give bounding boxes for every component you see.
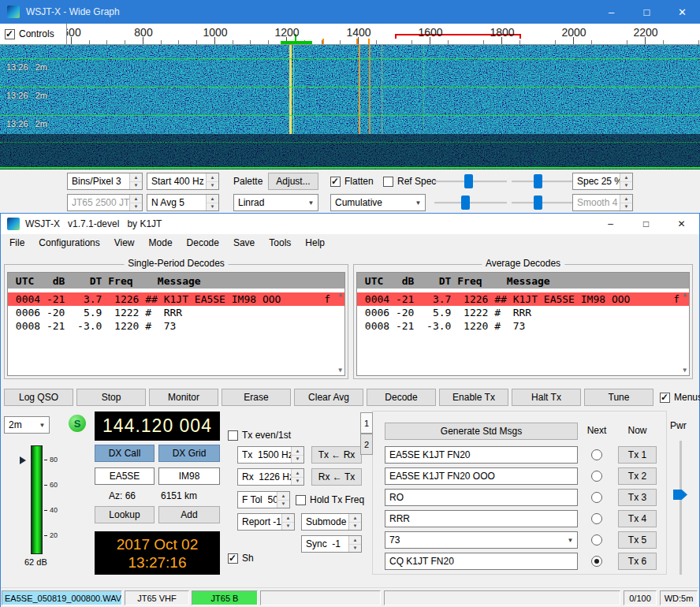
tx-message-6-field[interactable]: CQ K1JT FN20	[385, 553, 578, 570]
tx-message-3-radio[interactable]	[591, 492, 602, 503]
spinner-arrows[interactable]: ▲▼	[206, 195, 218, 210]
halt-tx-button[interactable]: Halt Tx	[512, 389, 581, 406]
maximize-icon[interactable]: □	[628, 214, 664, 234]
menu-save[interactable]: Save	[226, 234, 262, 251]
tx-message-2-radio[interactable]	[591, 471, 602, 482]
waterfall-gain-slider[interactable]	[434, 173, 507, 190]
slider-thumb[interactable]	[673, 490, 687, 500]
log-qso-button[interactable]: Log QSO	[4, 389, 73, 406]
spin-down-icon[interactable]: ▼	[207, 203, 218, 211]
tx-even-checkbox[interactable]: Tx even/1st	[228, 429, 291, 441]
decode-row[interactable]: 0004 -21 3.7 1226 ## K1JT EA5SE IM98 OOO…	[8, 292, 344, 306]
menu-file[interactable]: File	[2, 234, 32, 251]
chevron-down-icon[interactable]: ▼	[411, 195, 425, 210]
decode-row[interactable]: 0004 -21 3.7 1226 ## K1JT EA5SE IM98 OOO…	[357, 292, 689, 306]
scroll-down-icon[interactable]: ▼	[338, 367, 342, 374]
palette-select[interactable]: Linrad ▼	[233, 194, 318, 211]
rx-from-tx-button[interactable]: Rx ← Tx	[311, 468, 362, 486]
decode-row[interactable]: 0008 -21 -3.0 1220 # 73	[8, 319, 344, 333]
tx-message-5-select[interactable]: 73 ▼	[385, 531, 578, 549]
dx-call-field[interactable]: EA5SE	[95, 467, 155, 485]
spin-down-icon[interactable]: ▼	[349, 523, 361, 531]
spectrum-gain-slider[interactable]	[434, 194, 507, 211]
close-icon[interactable]: ✕	[664, 214, 699, 234]
spinner-arrows[interactable]: ▲▼	[348, 536, 361, 552]
spin-down-icon[interactable]: ▼	[620, 203, 632, 211]
n-avg-spinner[interactable]: N Avg 5 ▲▼	[147, 194, 219, 211]
spin-down-icon[interactable]: ▼	[282, 523, 294, 531]
spin-down-icon[interactable]: ▼	[349, 545, 361, 553]
sync-spinner[interactable]: Sync -1 ▲▼	[301, 535, 362, 553]
minimize-icon[interactable]: –	[594, 0, 629, 24]
spin-down-icon[interactable]: ▼	[620, 182, 632, 190]
spinner-arrows[interactable]: ▲▼	[281, 514, 294, 530]
dx-call-button[interactable]: DX Call	[95, 445, 155, 462]
tx-message-1-radio[interactable]	[591, 449, 602, 460]
flatten-checkbox[interactable]: Flatten	[330, 175, 374, 188]
tx-message-6-radio[interactable]	[591, 556, 602, 567]
tx-message-3-field[interactable]: RO	[385, 489, 578, 506]
tx-message-1-field[interactable]: EA5SE K1JT FN20	[385, 446, 578, 464]
add-button[interactable]: Add	[158, 506, 220, 523]
spinner-arrows[interactable]: ▲▼	[129, 195, 142, 210]
spin-up-icon[interactable]: ▲	[292, 469, 303, 478]
tx-message-2-field[interactable]: EA5SE K1JT FN20 OOO	[385, 467, 578, 485]
spinner-arrows[interactable]: ▲▼	[291, 469, 303, 485]
hold-tx-freq-checkbox[interactable]: Hold Tx Freq	[296, 493, 364, 506]
spinner-arrows[interactable]: ▲▼	[291, 447, 303, 463]
spinner-arrows[interactable]: ▲▼	[206, 173, 218, 189]
tune-button[interactable]: Tune	[584, 389, 653, 406]
spin-down-icon[interactable]: ▼	[277, 501, 289, 508]
slider-thumb[interactable]	[461, 196, 470, 210]
spin-down-icon[interactable]: ▼	[207, 182, 218, 190]
spin-up-icon[interactable]: ▲	[130, 173, 142, 182]
rx-freq-spinner[interactable]: Rx 1226 Hz ▲▼	[237, 468, 304, 486]
main-titlebar[interactable]: WSJT-X v1.7.1-devel by K1JT – □ ✕	[1, 214, 699, 234]
menu-view[interactable]: View	[107, 234, 142, 251]
slider-thumb[interactable]	[534, 174, 542, 188]
chevron-down-icon[interactable]: ▼	[304, 195, 318, 210]
generate-std-msgs-button[interactable]: Generate Std Msgs	[385, 423, 578, 440]
scroll-up-icon[interactable]: ▲	[683, 291, 687, 298]
menu-decode[interactable]: Decode	[180, 234, 226, 251]
enable-tx-button[interactable]: Enable Tx	[439, 389, 508, 406]
clear-avg-button[interactable]: Clear Avg	[294, 389, 363, 406]
waterfall-display[interactable]: 13:26 2m 13:26 2m 13:26 2m	[0, 45, 700, 169]
close-icon[interactable]: ✕	[665, 0, 700, 24]
frequency-scale[interactable]: Controls 600 800 1000 1200 1400 1600 180…	[0, 24, 700, 45]
spinner-arrows[interactable]: ▲▼	[620, 173, 632, 189]
spin-down-icon[interactable]: ▼	[292, 478, 303, 486]
chevron-down-icon[interactable]: ▼	[35, 417, 49, 433]
average-decodes-list[interactable]: UTC dB DT Freq Message 0004 -21 3.7 1226…	[356, 272, 690, 376]
menu-tools[interactable]: Tools	[262, 234, 298, 251]
chevron-down-icon[interactable]: ▼	[564, 532, 577, 548]
slider-groove[interactable]	[680, 441, 682, 575]
report-spinner[interactable]: Report -15 ▲▼	[237, 513, 295, 531]
spinner-arrows[interactable]: ▲▼	[129, 173, 142, 189]
single-period-decodes-list[interactable]: UTC dB DT Freq Message 0004 -21 3.7 1226…	[7, 272, 345, 376]
slider-thumb[interactable]	[464, 174, 473, 188]
tx-message-4-radio[interactable]	[591, 513, 602, 524]
tx-1-button[interactable]: Tx 1	[618, 446, 657, 464]
decode-button[interactable]: Decode	[367, 389, 436, 406]
bins-per-pixel-spinner[interactable]: Bins/Pixel 3 ▲▼	[67, 173, 143, 190]
pwr-slider[interactable]	[672, 441, 688, 575]
tx-4-button[interactable]: Tx 4	[618, 510, 657, 527]
spin-up-icon[interactable]: ▲	[207, 195, 218, 203]
scroll-up-icon[interactable]: ▲	[338, 291, 342, 298]
f-tol-spinner[interactable]: F Tol 50 ▲▼	[237, 491, 290, 508]
wide-graph-titlebar[interactable]: WSJT-X - Wide Graph – □ ✕	[0, 0, 700, 24]
maximize-icon[interactable]: □	[629, 0, 665, 24]
spin-up-icon[interactable]: ▲	[349, 536, 361, 545]
spectrum-display-select[interactable]: Cumulative ▼	[330, 194, 426, 211]
tab-messages-1[interactable]: 1	[360, 412, 373, 434]
monitor-button[interactable]: Monitor	[149, 389, 218, 406]
spin-up-icon[interactable]: ▲	[349, 514, 361, 523]
slider-thumb[interactable]	[534, 196, 542, 210]
dx-grid-button[interactable]: DX Grid	[158, 445, 220, 462]
spin-down-icon[interactable]: ▼	[130, 203, 142, 211]
tab-messages-2[interactable]: 2	[360, 434, 373, 455]
menus-checkbox[interactable]: Menus	[660, 391, 700, 404]
menu-configurations[interactable]: Configurations	[32, 234, 106, 251]
tx-from-rx-button[interactable]: Tx ← Rx	[311, 446, 362, 464]
